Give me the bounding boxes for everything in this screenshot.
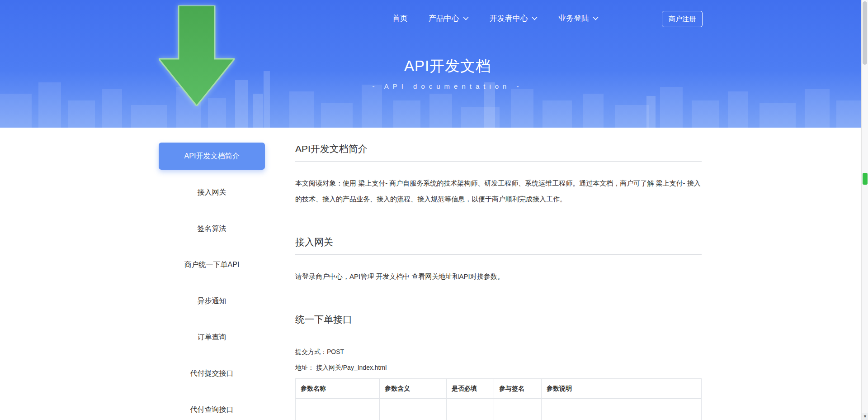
col-header-required: 是否必填: [447, 379, 494, 399]
content: API开发文档简介 本文阅读对象：使用 梁上支付- 商户自服务系统的技术架构师、…: [295, 143, 702, 420]
nav-item-products[interactable]: 产品中心: [429, 13, 469, 24]
sidebar-item-payout-submit[interactable]: 代付提交接口: [159, 360, 265, 387]
nav-item-developers[interactable]: 开发者中心: [490, 13, 538, 24]
sidebar-item-async-notify[interactable]: 异步通知: [159, 287, 265, 315]
merchant-register-button[interactable]: 商户注册: [662, 11, 703, 27]
scrollbar-thumb[interactable]: [863, 1, 867, 65]
unified-order-meta: 提交方式：POST 地址： 接入网关/Pay_Index.html: [295, 344, 702, 376]
sidebar-item-signature-algorithm[interactable]: 签名算法: [159, 215, 265, 242]
nav-item-label: 首页: [392, 13, 408, 24]
table-header-row: 参数名称 参数含义 是否必填 参与签名 参数说明: [296, 379, 702, 399]
table-row: [296, 399, 702, 420]
sidebar: API开发文档简介 接入网关 签名算法 商户统一下单API 异步通知 订单查询 …: [159, 143, 265, 420]
chevron-down-icon: [593, 16, 599, 20]
gateway-address-text: 地址： 接入网关/Pay_Index.html: [295, 360, 702, 376]
sidebar-item-payout-query[interactable]: 代付查询接口: [159, 396, 265, 420]
parameter-table: 参数名称 参数含义 是否必填 参与签名 参数说明: [295, 378, 702, 420]
nav-item-label: 开发者中心: [490, 13, 528, 24]
page-subtitle: - API documentation -: [34, 82, 861, 90]
divider: [295, 161, 702, 162]
green-down-arrow: [159, 5, 235, 106]
col-header-param-name: 参数名称: [296, 379, 380, 399]
chevron-down-icon: [463, 16, 469, 20]
page: 首页 产品中心 开发者中心 业务登陆 商户注册: [0, 0, 868, 420]
page-title: API开发文档: [34, 56, 861, 76]
section-heading-unified-order: 统一下单接口: [295, 313, 702, 326]
sidebar-item-order-query[interactable]: 订单查询: [159, 324, 265, 351]
nav-item-home[interactable]: 首页: [392, 13, 408, 24]
chevron-down-icon: [532, 16, 538, 20]
gateway-paragraph: 请登录商户中心，API管理 开发文档中 查看网关地址和API对接参数。: [295, 268, 702, 284]
main-nav: 首页 产品中心 开发者中心 业务登陆: [392, 9, 599, 27]
divider: [295, 332, 702, 332]
sidebar-item-unified-order-api[interactable]: 商户统一下单API: [159, 251, 265, 278]
submit-method-text: 提交方式：POST: [295, 344, 702, 360]
sidebar-item-gateway[interactable]: 接入网关: [159, 179, 265, 206]
nav-item-label: 产品中心: [429, 13, 459, 24]
nav-item-business-login[interactable]: 业务登陆: [558, 13, 599, 24]
main-area: API开发文档简介 接入网关 签名算法 商户统一下单API 异步通知 订单查询 …: [0, 128, 868, 420]
scrollbar-down-arrow-icon[interactable]: ▼: [862, 413, 868, 420]
sidebar-item-api-doc-intro[interactable]: API开发文档简介: [159, 143, 265, 170]
section-heading-gateway: 接入网关: [295, 236, 702, 248]
intro-paragraph: 本文阅读对象：使用 梁上支付- 商户自服务系统的技术架构师、研发工程师、系统运维…: [295, 175, 702, 207]
nav-item-label: 业务登陆: [558, 13, 589, 24]
hero-text: API开发文档 - API documentation -: [34, 56, 861, 90]
col-header-param-meaning: 参数含义: [380, 379, 447, 399]
hero-section: 首页 产品中心 开发者中心 业务登陆 商户注册: [0, 0, 868, 128]
scrollbar-green-marker: [863, 173, 868, 185]
col-header-param-description: 参数说明: [542, 379, 702, 399]
scrollbar[interactable]: ▼: [861, 0, 868, 420]
section-heading-intro: API开发文档简介: [295, 143, 702, 155]
divider: [295, 254, 702, 255]
col-header-in-signature: 参与签名: [494, 379, 542, 399]
